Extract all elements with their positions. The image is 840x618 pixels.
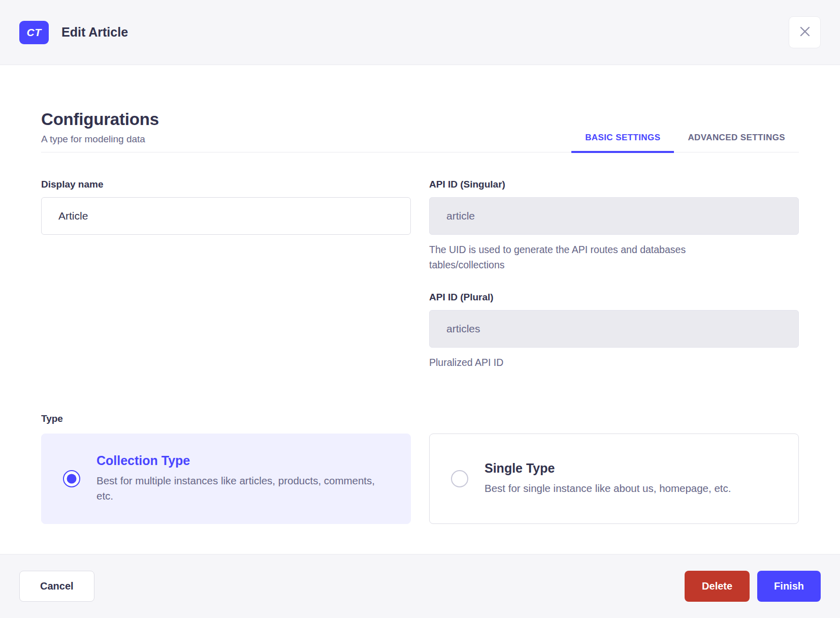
api-id-plural-input: [429, 310, 799, 348]
collection-type-option[interactable]: Collection Type Best for multiple instan…: [41, 434, 411, 524]
page-subtitle: A type for modeling data: [41, 134, 159, 145]
cancel-button[interactable]: Cancel: [19, 571, 94, 602]
type-options: Collection Type Best for multiple instan…: [41, 434, 799, 524]
display-name-label: Display name: [41, 179, 411, 190]
form-left-column: Display name: [41, 179, 411, 370]
single-type-radio[interactable]: [451, 470, 468, 487]
collection-type-radio[interactable]: [63, 470, 80, 487]
modal-title: Edit Article: [61, 25, 128, 40]
display-name-input[interactable]: [41, 197, 411, 235]
close-icon: [799, 25, 811, 40]
page-title: Configurations: [41, 110, 159, 129]
section-head: Configurations A type for modeling data …: [41, 110, 799, 152]
single-type-title: Single Type: [484, 461, 731, 476]
type-section-label: Type: [41, 413, 799, 424]
single-type-text: Single Type Best for single instance lik…: [484, 461, 731, 496]
settings-tabs: BASIC SETTINGS ADVANCED SETTINGS: [571, 126, 799, 152]
api-id-plural-label: API ID (Plural): [429, 292, 799, 303]
delete-button[interactable]: Delete: [685, 571, 750, 602]
modal-body: Configurations A type for modeling data …: [0, 65, 840, 554]
modal-footer: Cancel Delete Finish: [0, 554, 840, 618]
collection-type-text: Collection Type Best for multiple instan…: [96, 453, 386, 504]
collection-type-description: Best for multiple instances like article…: [96, 473, 386, 504]
section-titles: Configurations A type for modeling data: [41, 110, 159, 152]
single-type-description: Best for single instance like about us, …: [484, 481, 731, 496]
config-form: Display name API ID (Singular) The UID i…: [41, 179, 799, 370]
api-id-singular-input: [429, 197, 799, 235]
content-type-badge: CT: [19, 21, 49, 44]
tab-advanced-settings[interactable]: ADVANCED SETTINGS: [674, 126, 799, 153]
finish-button[interactable]: Finish: [757, 571, 821, 602]
display-name-group: Display name: [41, 179, 411, 235]
edit-article-modal: CT Edit Article Configurations A type fo…: [0, 0, 840, 618]
api-id-singular-label: API ID (Singular): [429, 179, 799, 190]
close-button[interactable]: [789, 16, 821, 48]
modal-header: CT Edit Article: [0, 0, 840, 65]
api-id-singular-hint: The UID is used to generate the API rout…: [429, 242, 757, 272]
api-id-plural-group: API ID (Plural) Pluralized API ID: [429, 292, 799, 370]
api-id-plural-hint: Pluralized API ID: [429, 355, 757, 370]
tab-basic-settings[interactable]: BASIC SETTINGS: [571, 126, 674, 153]
form-right-column: API ID (Singular) The UID is used to gen…: [429, 179, 799, 370]
api-id-singular-group: API ID (Singular) The UID is used to gen…: [429, 179, 799, 272]
single-type-option[interactable]: Single Type Best for single instance lik…: [429, 434, 799, 524]
content-type-badge-label: CT: [27, 26, 42, 39]
collection-type-title: Collection Type: [96, 453, 386, 468]
